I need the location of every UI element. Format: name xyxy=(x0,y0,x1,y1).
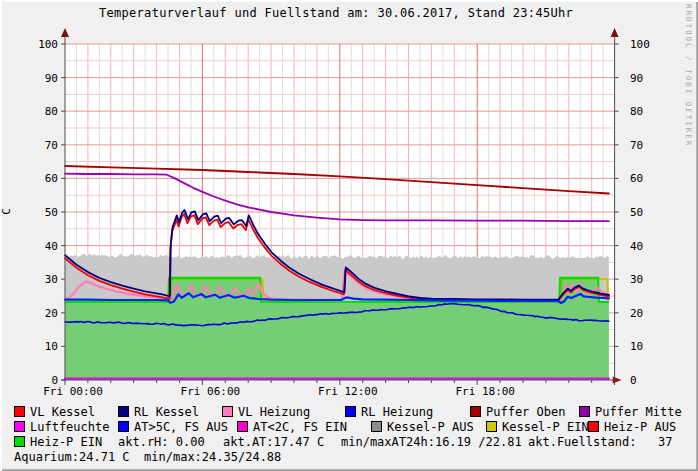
svg-text:50: 50 xyxy=(630,206,643,219)
legend-rl-kessel: RL Kessel xyxy=(118,406,199,419)
svg-text:20: 20 xyxy=(630,307,643,320)
svg-text:70: 70 xyxy=(630,139,643,152)
svg-text:90: 90 xyxy=(45,72,58,85)
legend-puffer-mitte: Puffer Mitte xyxy=(579,406,682,419)
svg-text:Fri 00:00: Fri 00:00 xyxy=(43,385,103,398)
svg-text:50: 50 xyxy=(45,206,58,219)
legend-kessel-p-ein: Kessel-P EIN xyxy=(486,421,589,434)
luftfeuchte-swatch xyxy=(14,421,25,432)
temperature-chart: 0010102020303040405050606070708080909010… xyxy=(0,0,698,405)
kessel-p-aus-swatch xyxy=(371,421,382,432)
legend-vl-heizung: VL Heizung xyxy=(222,406,310,419)
legend-heiz-p-ein: Heiz-P EIN xyxy=(14,436,102,449)
legend-heiz-p-aus: Heiz-P AUS xyxy=(588,421,676,434)
legend-rl-heizung: RL Heizung xyxy=(345,406,433,419)
svg-text:40: 40 xyxy=(630,240,643,253)
at-gt5-swatch xyxy=(118,421,129,432)
svg-text:10: 10 xyxy=(45,340,58,353)
svg-text:30: 30 xyxy=(630,273,643,286)
legend-puffer-oben: Puffer Oben xyxy=(470,406,565,419)
rrdtool-graph: Temperaturverlauf und Fuellstand am: 30.… xyxy=(0,0,698,471)
status-minmax-at24h: min/maxAT24h:16.19 /22.81 xyxy=(341,436,522,449)
puffer-oben-swatch xyxy=(470,406,481,417)
svg-text:100: 100 xyxy=(38,38,58,51)
svg-text:40: 40 xyxy=(45,240,58,253)
svg-text:90: 90 xyxy=(630,72,643,85)
svg-text:10: 10 xyxy=(630,340,643,353)
svg-text:Fri 12:00: Fri 12:00 xyxy=(318,385,378,398)
legend-vl-kessel: VL Kessel xyxy=(14,406,95,419)
status-akt-fuellstand: akt.Fuellstand: 37 xyxy=(528,436,673,449)
svg-text:70: 70 xyxy=(45,139,58,152)
svg-text:100: 100 xyxy=(630,38,650,51)
legend-kessel-p-aus: Kessel-P AUS xyxy=(371,421,474,434)
status-akt-rh: akt.rH: 0.00 xyxy=(118,436,205,449)
heiz-p-ein-swatch xyxy=(14,436,25,447)
status-akt-at: akt.AT:17.47 C xyxy=(223,436,324,449)
status-aquarium: Aquarium:24.71 C min/max:24.35/24.88 xyxy=(14,451,281,464)
svg-text:60: 60 xyxy=(630,172,643,185)
kessel-p-ein-swatch xyxy=(486,421,497,432)
legend-at-gt5: AT>5C, FS AUS xyxy=(118,421,228,434)
svg-text:20: 20 xyxy=(45,307,58,320)
svg-text:Fri 18:00: Fri 18:00 xyxy=(455,385,515,398)
rl-heizung-swatch xyxy=(345,406,356,417)
heiz-p-aus-swatch xyxy=(588,421,599,432)
rl-kessel-swatch xyxy=(118,406,129,417)
legend-at-lt2: AT<2C, FS EIN xyxy=(237,421,347,434)
svg-text:80: 80 xyxy=(45,105,58,118)
puffer-mitte-swatch xyxy=(579,406,590,417)
svg-text:60: 60 xyxy=(45,172,58,185)
legend-luftfeuchte: Luftfeuchte xyxy=(14,421,109,434)
vl-heizung-swatch xyxy=(222,406,233,417)
svg-text:0: 0 xyxy=(630,374,637,387)
at-lt2-swatch xyxy=(237,421,248,432)
vl-kessel-swatch xyxy=(14,406,25,417)
svg-text:30: 30 xyxy=(45,273,58,286)
svg-text:80: 80 xyxy=(630,105,643,118)
svg-text:Fri 06:00: Fri 06:00 xyxy=(181,385,241,398)
